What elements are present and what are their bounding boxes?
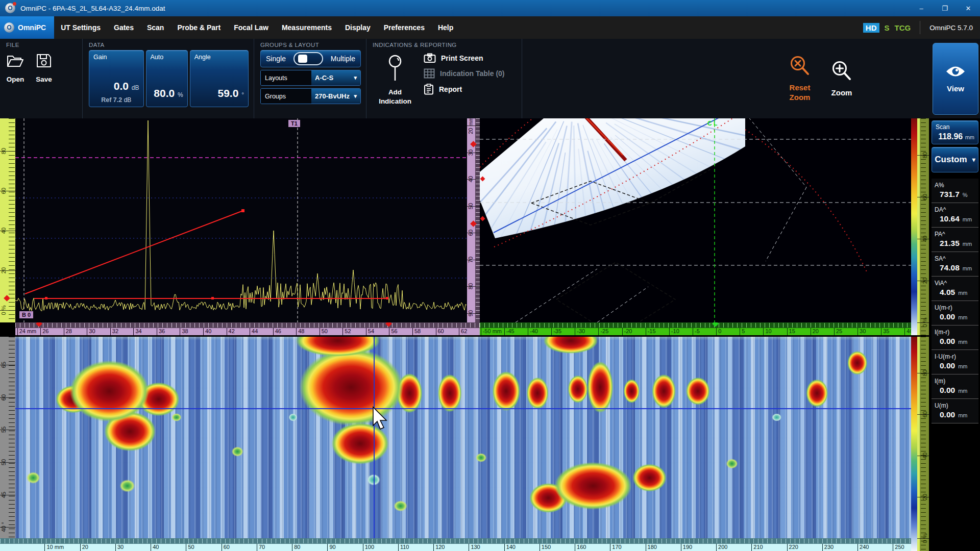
overlay-diamond <box>556 262 675 322</box>
ruler-label: 44 <box>250 328 258 335</box>
reading-A%: A%731.7% <box>932 179 978 203</box>
report-button[interactable]: Report <box>424 84 505 95</box>
ruler-label: -35 <box>551 328 561 335</box>
cscan-horizontal-ruler[interactable]: 10 mm20304050607080901001101201301401501… <box>0 538 911 551</box>
title-bar: O OmniPC - 6PA-4S_2L_5L64-A32_24.4mm.oda… <box>0 0 980 16</box>
gate-i-line <box>25 211 243 294</box>
ruler-label: 10 mm <box>44 544 64 551</box>
groups-dropdown[interactable]: Groups 270-BvUHz▾ <box>260 88 361 104</box>
reading-ViA: ViA^4.05mm <box>932 277 978 301</box>
ruler-label: 160 <box>575 544 586 551</box>
centerline-label: C L <box>707 120 717 127</box>
window-title: OmniPC - 6PA-4S_2L_5L64-A32_24.4mm.odat <box>20 5 165 12</box>
save-button[interactable]: Save <box>36 53 52 83</box>
reading-Imr: I(m-r)0.00mm <box>932 325 978 350</box>
toggle-pill[interactable] <box>293 52 323 65</box>
angle-panel[interactable]: Angle 59.0 ° <box>190 50 249 107</box>
view-button[interactable]: View <box>933 43 978 115</box>
gate-t1-badge: T1 <box>288 120 300 127</box>
reading-Umr: U(m-r)0.00mm <box>932 301 978 325</box>
ruler-label: 36 <box>157 328 165 335</box>
layouts-dropdown[interactable]: Layouts A-C-S▾ <box>260 70 361 86</box>
ascan-view[interactable]: T1 B 0 <box>15 118 467 322</box>
reading-Im: I(m)0.00mm <box>932 374 978 399</box>
ruler-label: 210 <box>751 544 763 551</box>
section-title-groups-layout: GROUPS & LAYOUT <box>260 42 361 48</box>
ruler-label: 38 <box>180 328 188 335</box>
menu-item-scan[interactable]: Scan <box>140 23 170 32</box>
cscan-crosshair-vertical <box>374 337 375 538</box>
chevron-down-icon: ▾ <box>354 93 357 99</box>
sscan-amplitude-gauge: 806040200 % <box>917 118 929 335</box>
ruler-label: 56 <box>389 328 397 335</box>
ruler-label: 60 <box>436 328 444 335</box>
chevron-down-icon: ▾ <box>354 74 357 81</box>
cscan-view[interactable] <box>15 337 911 538</box>
omnipc-window: O OmniPC - 6PA-4S_2L_5L64-A32_24.4mm.oda… <box>0 0 980 551</box>
ruler-label: 52 <box>342 328 351 335</box>
close-button[interactable]: ✕ <box>957 0 980 16</box>
open-button[interactable]: Open <box>6 53 24 83</box>
menu-item-gates[interactable]: Gates <box>107 23 140 32</box>
ruler-label: 70 <box>257 544 265 551</box>
camera-icon <box>424 53 436 63</box>
open-folder-icon <box>6 53 24 68</box>
clipboard-icon <box>424 84 434 95</box>
ruler-label: 130 <box>469 544 480 551</box>
ascan-horizontal-ruler[interactable]: 24 mm26283032343638404244464850525456586… <box>15 322 480 335</box>
ruler-label: 180 <box>646 544 657 551</box>
table-grid-icon <box>424 68 435 79</box>
cscan-angle-ruler[interactable]: 656055504540 ° <box>0 337 15 538</box>
indication-table-button[interactable]: Indication Table (0) <box>424 68 505 79</box>
ruler-label: 120 <box>433 544 445 551</box>
reset-zoom-icon <box>789 55 811 77</box>
single-multiple-toggle[interactable]: Single Multiple <box>260 50 361 67</box>
menu-item-probe-part[interactable]: Probe & Part <box>170 23 227 32</box>
minimize-button[interactable]: – <box>910 0 933 16</box>
reading-SA: SA^74.08mm <box>932 252 978 277</box>
ruler-label: -10 <box>669 328 679 335</box>
sscan-view[interactable]: C L <box>480 118 911 322</box>
zoom-button[interactable]: Zoom <box>825 39 859 118</box>
scan-position-panel[interactable]: Scan 118.96 mm <box>932 120 978 144</box>
menu-item-omnipc[interactable]: O OmniPC <box>0 16 54 39</box>
pin-icon <box>386 54 404 83</box>
ascan-amplitude-gauge: 806040200 % <box>0 118 15 322</box>
mouse-cursor <box>372 406 389 430</box>
print-screen-button[interactable]: Print Screen <box>424 53 505 63</box>
ruler-label: 60 <box>222 544 230 551</box>
ruler-label: 140 <box>504 544 516 551</box>
gain-panel[interactable]: Gain 0.0 dB Ref 7.2 dB <box>89 50 144 107</box>
ruler-label: 10 <box>763 328 771 335</box>
ruler-label: -30 <box>575 328 585 335</box>
menu-item-help[interactable]: Help <box>431 23 460 32</box>
reset-zoom-button[interactable]: Reset Zoom <box>783 39 817 118</box>
reading-DA: DA^10.64mm <box>932 203 978 228</box>
ruler-label: -20 <box>622 328 632 335</box>
ruler-label: 0 <box>716 328 721 335</box>
ruler-label: 230 <box>822 544 834 551</box>
menu-item-focal-law[interactable]: Focal Law <box>227 23 275 32</box>
ruler-label: -25 <box>598 328 608 335</box>
readings-preset-dropdown[interactable]: Custom ▾ <box>932 147 978 172</box>
auto-panel[interactable]: Auto 80.0 % <box>146 50 188 107</box>
sscan-horizontal-ruler[interactable]: -50 mm-45-40-35-30-25-20-15-10-505101520… <box>480 322 911 335</box>
ruler-label: 190 <box>681 544 692 551</box>
cscan-crosshair-horizontal <box>15 408 911 409</box>
menu-item-display[interactable]: Display <box>338 23 377 32</box>
ruler-label: 58 <box>412 328 421 335</box>
ruler-label: -5 <box>693 328 700 335</box>
ascan-depth-ruler[interactable]: 20 mm30405060708090 <box>467 118 480 322</box>
section-title-indications: INDICATIONS & REPORTING <box>373 42 517 48</box>
save-floppy-icon <box>36 53 52 68</box>
menu-item-ut-settings[interactable]: UT Settings <box>54 23 107 32</box>
add-indication-button[interactable]: Add Indication <box>373 50 418 106</box>
ruler-label: 30 <box>115 544 124 551</box>
menu-item-measurements[interactable]: Measurements <box>275 23 338 32</box>
hd-badge: HD <box>863 23 879 33</box>
restore-button[interactable]: ❐ <box>933 0 957 16</box>
menu-item-preferences[interactable]: Preferences <box>377 23 431 32</box>
ruler-label: 40 <box>151 544 159 551</box>
ruler-label: 48 <box>296 328 304 335</box>
section-title-data: DATA <box>89 42 249 48</box>
